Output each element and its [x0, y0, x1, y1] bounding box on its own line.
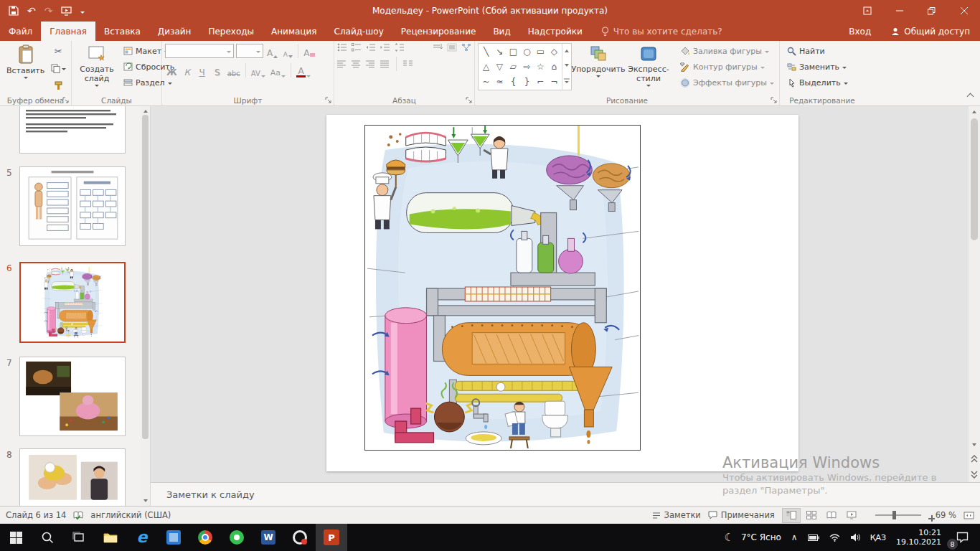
- slide-illustration[interactable]: [364, 125, 641, 451]
- minimize-button[interactable]: [883, 0, 915, 22]
- clock-widget[interactable]: 10:21 19.10.2021: [896, 528, 941, 547]
- text-direction-icon[interactable]: [433, 43, 443, 52]
- panel-scroll-down-icon[interactable]: [143, 499, 148, 502]
- shape-cell[interactable]: △: [480, 60, 492, 73]
- replace-button[interactable]: Заменить: [785, 59, 850, 75]
- shape-cell[interactable]: ◇: [548, 45, 560, 58]
- slide-thumbnail-7[interactable]: [19, 357, 126, 436]
- slide-canvas[interactable]: [151, 106, 980, 482]
- clear-formatting-button[interactable]: А: [302, 43, 316, 59]
- convert-smartart-icon[interactable]: [461, 43, 471, 52]
- shape-cell[interactable]: ○: [521, 45, 533, 58]
- qat-customize-icon[interactable]: [80, 4, 85, 18]
- drawing-dialog-launcher-icon[interactable]: [771, 97, 778, 104]
- numbering-icon[interactable]: [352, 43, 362, 52]
- tell-me-box[interactable]: Что вы хотите сделать?: [601, 22, 722, 41]
- find-button[interactable]: Найти: [785, 43, 850, 59]
- tab-review[interactable]: Рецензирование: [392, 22, 485, 41]
- browser-icon-with-badge[interactable]: [284, 524, 316, 551]
- align-text-icon[interactable]: [447, 43, 457, 52]
- bullets-icon[interactable]: [337, 43, 347, 52]
- tab-animations[interactable]: Анимация: [263, 22, 325, 41]
- spellcheck-icon[interactable]: [73, 511, 83, 520]
- edge-browser-icon[interactable]: e: [126, 524, 158, 551]
- language-indicator[interactable]: ҚАЗ: [870, 533, 886, 542]
- battery-icon[interactable]: [808, 534, 819, 541]
- shape-cell[interactable]: {: [507, 75, 519, 88]
- collapse-ribbon-icon[interactable]: [968, 92, 973, 101]
- font-name-combo[interactable]: [165, 44, 234, 58]
- powerpoint-taskbar-icon[interactable]: P: [316, 524, 347, 551]
- text-shadow-button[interactable]: S: [211, 62, 224, 78]
- shape-outline-button[interactable]: Контур фигуры: [678, 59, 776, 75]
- format-painter-icon[interactable]: [50, 77, 67, 93]
- shape-cell[interactable]: ⌂: [548, 60, 560, 73]
- shapes-gallery[interactable]: ╲ ↘ □ ○ ▭ ◇ △ ▽ ▱ ⇨ ☆ ⌂: [478, 43, 572, 90]
- shape-cell[interactable]: }: [521, 75, 533, 88]
- close-button[interactable]: [948, 0, 980, 22]
- tray-expand-icon[interactable]: ∧: [791, 532, 798, 542]
- app-icon-green[interactable]: [221, 524, 253, 551]
- undo-icon[interactable]: ↶: [27, 0, 36, 22]
- character-spacing-button[interactable]: AV: [250, 62, 267, 78]
- line-spacing-icon[interactable]: [395, 43, 405, 52]
- language-status[interactable]: английский (США): [90, 510, 171, 520]
- copy-button[interactable]: [50, 60, 67, 76]
- zoom-slider[interactable]: [875, 510, 921, 520]
- italic-button[interactable]: К: [181, 62, 194, 78]
- notes-pane[interactable]: Заметки к слайду: [151, 482, 980, 506]
- file-explorer-icon[interactable]: [95, 524, 126, 551]
- tab-slideshow[interactable]: Слайд-шоу: [326, 22, 392, 41]
- shape-cell[interactable]: ▭: [534, 45, 547, 58]
- arrange-button[interactable]: Упорядочить: [572, 43, 625, 93]
- reading-view-button[interactable]: [822, 508, 841, 523]
- volume-icon[interactable]: [850, 533, 860, 542]
- shape-fill-button[interactable]: Заливка фигуры: [678, 43, 776, 59]
- ribbon-display-options-icon[interactable]: [851, 0, 883, 22]
- strikethrough-button[interactable]: abc: [226, 62, 242, 78]
- paste-button[interactable]: Вставить: [3, 43, 48, 93]
- chrome-icon[interactable]: [189, 524, 221, 551]
- shape-cell[interactable]: ▽: [494, 60, 506, 73]
- shrink-font-button[interactable]: А: [281, 43, 294, 59]
- weather-widget[interactable]: ☾ 7°C Ясно: [724, 531, 781, 544]
- shape-cell[interactable]: ↘: [494, 45, 506, 58]
- tab-view[interactable]: Вид: [484, 22, 519, 41]
- clipboard-dialog-launcher-icon[interactable]: [62, 97, 70, 104]
- scroll-down-icon[interactable]: [969, 439, 980, 451]
- font-size-combo[interactable]: [236, 44, 263, 58]
- shape-cell[interactable]: ~: [480, 75, 492, 88]
- shape-cell[interactable]: ╲: [480, 45, 492, 58]
- current-slide[interactable]: [326, 115, 798, 471]
- panel-scroll-up-icon[interactable]: [143, 110, 148, 113]
- select-button[interactable]: Выделить: [785, 75, 850, 90]
- save-icon[interactable]: [9, 6, 19, 16]
- shapes-scroll-up-icon[interactable]: [565, 50, 569, 52]
- align-left-icon[interactable]: [337, 60, 347, 68]
- start-button[interactable]: [0, 524, 32, 551]
- tab-transitions[interactable]: Переходы: [199, 22, 263, 41]
- font-color-button[interactable]: А: [295, 62, 312, 78]
- share-button[interactable]: Общий доступ: [881, 27, 980, 37]
- wifi-icon[interactable]: [829, 534, 840, 542]
- slide-thumbnail-6[interactable]: [19, 262, 126, 343]
- tab-addins[interactable]: Надстройки: [519, 22, 591, 41]
- app-icon-blue[interactable]: [158, 524, 189, 551]
- slide-thumbnail-5[interactable]: [19, 166, 126, 246]
- shape-effects-button[interactable]: Эффекты фигуры: [678, 75, 776, 90]
- shape-cell[interactable]: ¬: [548, 75, 560, 88]
- scroll-thumb[interactable]: [971, 118, 978, 240]
- word-icon[interactable]: W: [253, 524, 284, 551]
- zoom-slider-thumb[interactable]: [892, 511, 896, 519]
- panel-scroll-thumb[interactable]: [142, 115, 149, 439]
- slide-sorter-view-button[interactable]: [802, 508, 821, 523]
- next-slide-button[interactable]: [969, 466, 980, 482]
- change-case-button[interactable]: Aa: [269, 62, 287, 78]
- grow-font-button[interactable]: А: [265, 43, 279, 59]
- previous-slide-button[interactable]: [969, 451, 980, 466]
- shape-cell[interactable]: ≈: [494, 75, 506, 88]
- underline-button[interactable]: Ч: [196, 62, 209, 78]
- scroll-up-icon[interactable]: [969, 106, 980, 118]
- columns-icon[interactable]: [403, 60, 413, 68]
- slides-panel-scrollbar[interactable]: [141, 106, 150, 506]
